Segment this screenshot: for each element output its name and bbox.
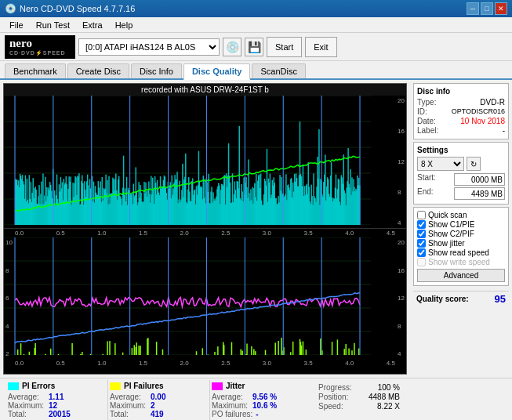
po-failures-label: PO failures: (212, 410, 252, 418)
speed-select[interactable]: 8 X 4 X 16 X (417, 157, 464, 171)
pi-avg-label: Average: (8, 393, 45, 401)
settings-refresh-icon[interactable]: ↻ (467, 157, 481, 171)
pif-max-label: Maximum: (110, 401, 147, 410)
tab-scandisc[interactable]: ScanDisc (252, 63, 305, 78)
menu-file[interactable]: File (3, 19, 30, 31)
pi-avg-value: 1.11 (49, 393, 80, 401)
menu-bar: File Run Test Extra Help (0, 17, 512, 33)
pi-max-value: 12 (49, 401, 80, 410)
nero-logo: nero CD·DVD⚡SPEED (5, 35, 75, 59)
settings-section: Settings 8 X 4 X 16 X ↻ Start: End: (413, 142, 509, 205)
drive-select[interactable]: [0:0] ATAPI iHAS124 B AL0S (78, 38, 220, 56)
quality-score-row: Quality score: 95 (413, 291, 509, 306)
show-c2-pif-checkbox[interactable] (417, 230, 426, 238)
menu-run-test[interactable]: Run Test (30, 19, 76, 31)
show-jitter-label: Show jitter (428, 239, 465, 248)
quality-score-value: 95 (495, 293, 506, 305)
progress-section: Progress: 100 % Position: 4488 MB Speed:… (312, 380, 406, 420)
quick-scan-label: Quick scan (428, 211, 467, 219)
pi-errors-title: PI Errors (22, 382, 55, 390)
show-read-speed-label: Show read speed (428, 248, 489, 257)
show-read-speed-checkbox[interactable] (417, 248, 426, 257)
chart-area: recorded with ASUS DRW-24F1ST b 20161284… (3, 83, 407, 375)
position-label: Position: (318, 393, 348, 401)
bottom-y-axis-right: 20161284 (398, 237, 405, 359)
menu-help[interactable]: Help (109, 19, 140, 31)
pi-total-value: 20015 (49, 410, 80, 418)
date-label: Date: (417, 117, 436, 125)
pi-failures-title: PI Failures (124, 382, 164, 390)
title-bar: 💿 Nero CD-DVD Speed 4.7.7.16 ─ □ ✕ (0, 0, 512, 17)
id-label: ID: (417, 107, 427, 116)
pif-max-value: 2 (151, 401, 182, 410)
date-value: 10 Nov 2018 (460, 117, 505, 125)
type-value: DVD-R (480, 98, 505, 107)
pi-max-label: Maximum: (8, 401, 45, 410)
show-c1-pie-checkbox[interactable] (417, 220, 426, 229)
top-y-axis-right: 20161284 (398, 96, 405, 228)
advanced-button[interactable]: Advanced (417, 269, 505, 282)
po-failures-value: - (256, 410, 287, 418)
exit-button[interactable]: Exit (305, 37, 336, 57)
jitter-max-value: 10.6 % (252, 401, 284, 410)
tab-disc-info[interactable]: Disc Info (131, 63, 182, 78)
jitter-title: Jitter (226, 382, 245, 390)
pi-errors-legend (8, 382, 19, 390)
show-c1-pie-label: Show C1/PIE (428, 220, 474, 229)
x-axis-top: 0.00.51.01.52.02.53.03.54.04.5 (4, 229, 406, 237)
disc-label-label: Label: (417, 126, 438, 135)
save-icon[interactable]: 💾 (245, 38, 263, 56)
pif-avg-value: 0.00 (151, 393, 182, 401)
maximize-button[interactable]: □ (481, 2, 493, 15)
pif-total-label: Total: (110, 410, 147, 418)
tab-disc-quality[interactable]: Disc Quality (183, 63, 251, 80)
show-write-speed-checkbox[interactable] (417, 258, 426, 266)
start-label: Start: (417, 173, 436, 186)
end-input[interactable] (454, 187, 505, 200)
jitter-legend (212, 382, 223, 390)
start-input[interactable] (454, 173, 505, 186)
close-button[interactable]: ✕ (495, 2, 507, 15)
settings-title: Settings (417, 146, 505, 154)
disc-label-value: - (503, 126, 505, 135)
jitter-avg-label: Average: (212, 393, 249, 401)
pi-errors-group: PI Errors Average: 1.11 Maximum: 12 Tota… (6, 380, 108, 420)
pi-total-label: Total: (8, 410, 45, 418)
disc-icon[interactable]: 💿 (223, 38, 241, 56)
stats-bar: PI Errors Average: 1.11 Maximum: 12 Tota… (0, 378, 512, 420)
chart-title: recorded with ASUS DRW-24F1ST b (4, 84, 406, 96)
speed-value: 8.22 X (377, 402, 400, 411)
show-jitter-checkbox[interactable] (417, 239, 426, 248)
x-axis-bottom: 0.00.51.01.52.02.53.03.54.04.5 (4, 359, 406, 368)
minimize-button[interactable]: ─ (467, 2, 479, 15)
pif-total-value: 419 (151, 410, 182, 418)
jitter-max-label: Maximum: (212, 401, 249, 410)
end-label: End: (417, 187, 434, 200)
tab-benchmark[interactable]: Benchmark (5, 63, 66, 78)
pif-avg-label: Average: (110, 393, 147, 401)
position-value: 4488 MB (369, 393, 400, 401)
pi-failures-legend (110, 382, 121, 390)
quality-score-label: Quality score: (416, 295, 469, 303)
type-label: Type: (417, 98, 436, 107)
app-icon: 💿 (5, 3, 16, 14)
pi-failures-group: PI Failures Average: 0.00 Maximum: 2 Tot… (108, 380, 210, 420)
speed-label: Speed: (318, 402, 343, 411)
menu-extra[interactable]: Extra (76, 19, 109, 31)
quick-scan-checkbox[interactable] (417, 211, 426, 219)
disc-info-section: Disc info Type: DVD-R ID: OPTODISCR016 D… (413, 83, 509, 139)
tab-create-disc[interactable]: Create Disc (67, 63, 129, 78)
chart-top: 20161284 (4, 96, 406, 229)
toolbar: nero CD·DVD⚡SPEED [0:0] ATAPI iHAS124 B … (0, 33, 512, 61)
jitter-group: Jitter Average: 9.56 % Maximum: 10.6 % P… (210, 380, 312, 420)
show-c2-pif-label: Show C2/PIF (428, 230, 474, 238)
disc-info-title: Disc info (417, 87, 505, 96)
id-value: OPTODISCR016 (452, 107, 505, 116)
progress-value: 100 % (378, 383, 400, 392)
chart-bottom: 20161284 108642 (4, 237, 406, 359)
show-write-speed-label: Show write speed (428, 258, 490, 266)
start-button[interactable]: Start (267, 37, 302, 57)
jitter-avg-value: 9.56 % (252, 393, 284, 401)
right-panel: Disc info Type: DVD-R ID: OPTODISCR016 D… (410, 80, 512, 378)
checkboxes-section: Quick scan Show C1/PIE Show C2/PIF Show … (413, 207, 509, 286)
